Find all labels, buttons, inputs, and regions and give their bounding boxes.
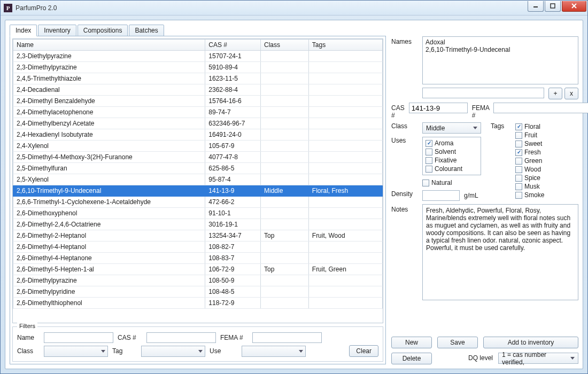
tags-label: Tags [491, 122, 510, 130]
tag-musk[interactable]: Musk [515, 182, 573, 191]
density-input[interactable] [422, 190, 460, 201]
tags-list: ✓FloralFruitSweet✓FreshGreenWoodSpiceMus… [514, 122, 573, 199]
name-add-button[interactable]: + [548, 88, 562, 99]
table-row[interactable]: 2,6-Dimethyl-4-Heptanone108-83-7 [13, 253, 383, 264]
use-fixative[interactable]: Fixative [425, 156, 478, 165]
ingredients-table-wrap: NameCAS #ClassTags 2,3-Diethylpyrazine15… [12, 38, 383, 323]
use-colourant[interactable]: Colourant [425, 165, 478, 173]
cas-label: CAS # [391, 103, 405, 119]
tag-spice[interactable]: Spice [515, 174, 573, 182]
tab-compositions[interactable]: Compositions [78, 25, 128, 36]
tag-sweet[interactable]: Sweet [515, 139, 573, 148]
tag-wood[interactable]: Wood [515, 165, 573, 174]
chevron-down-icon [198, 350, 203, 353]
tag-green[interactable]: Green [515, 157, 573, 165]
table-row[interactable]: 2,6-Dimethylthiophenol118-72-9 [13, 298, 383, 309]
new-button[interactable]: New [391, 337, 432, 348]
table-row[interactable]: 2,6-Dimethyl-2,4,6-Octatriene3016-19-1 [13, 219, 383, 230]
ingredients-scroll[interactable]: NameCAS #ClassTags 2,3-Diethylpyrazine15… [13, 39, 383, 323]
name-entry-input[interactable] [422, 88, 544, 98]
filter-tag-combo[interactable] [141, 346, 205, 357]
col-name[interactable]: Name [13, 40, 205, 51]
tab-index[interactable]: Index [10, 25, 37, 36]
names-label: Names [391, 36, 418, 84]
use-aroma[interactable]: ✓Aroma [425, 139, 478, 147]
table-row[interactable]: 2,4-Hexadienyl Isobutyrate16491-24-0 [13, 129, 383, 141]
table-row[interactable]: 2,6-Dimethoxyphenol91-10-1 [13, 208, 383, 219]
minimize-button[interactable] [528, 1, 544, 12]
cas-input[interactable] [409, 103, 468, 113]
table-row[interactable]: 2,5-Dimethyl-4-Methoxy-3(2H)-Furanone407… [13, 152, 383, 163]
natural-label: Natural [431, 178, 452, 187]
table-row[interactable]: 2,4-Dimethylbenzyl Acetate632346-96-7 [13, 118, 383, 129]
table-row[interactable]: 2,6-Dimethylpyridine108-48-5 [13, 286, 383, 298]
notes-textarea[interactable]: Fresh, Aldehydic, Powerful, Floral, Rosy… [422, 204, 578, 300]
add-to-inventory-button[interactable]: Add to inventory [483, 337, 578, 348]
col-tags[interactable]: Tags [308, 40, 382, 51]
table-row[interactable]: 2,6,10-Trimethyl-9-Undecenal141-13-9Midd… [13, 185, 383, 197]
tag-fruit[interactable]: Fruit [515, 131, 573, 139]
filter-class-label: Class [17, 347, 40, 355]
delete-button[interactable]: Delete [391, 353, 432, 364]
table-row[interactable]: 2,4-Dimethyl Benzaldehyde15764-16-6 [13, 96, 383, 107]
table-row[interactable]: 2,6-Dimethyl-4-Heptanol108-82-7 [13, 241, 383, 253]
filter-cas-label: CAS # [118, 334, 142, 341]
notes-label: Notes [391, 204, 418, 213]
fema-label: FEMA # [472, 103, 490, 119]
density-label: Density [391, 190, 418, 201]
use-solvent[interactable]: Solvent [425, 147, 478, 156]
dq-label: DQ level [468, 353, 493, 364]
filter-fema-input[interactable] [252, 332, 322, 343]
tag-fresh[interactable]: ✓Fresh [515, 148, 573, 157]
chevron-down-icon [299, 350, 303, 353]
app-window: P ParfumPro 2.0 IndexInventoryCompositio… [0, 0, 588, 374]
table-row[interactable]: 2,6-Dimethyl-2-Heptanol13254-34-7TopFrui… [13, 230, 383, 241]
ingredients-table[interactable]: NameCAS #ClassTags 2,3-Diethylpyrazine15… [13, 39, 383, 309]
filter-fema-label: FEMA # [220, 334, 248, 341]
table-row[interactable]: 2,4-Decadienal2362-88-4 [13, 84, 383, 96]
filter-use-label: Use [210, 347, 237, 355]
class-select[interactable]: Middle [422, 122, 481, 134]
app-icon: P [4, 4, 12, 12]
filter-use-combo[interactable] [242, 346, 306, 357]
table-row[interactable]: 2,3-Dimethylpyrazine5910-89-4 [13, 62, 383, 73]
table-row[interactable]: 2,5-Dimethylfuran625-86-5 [13, 163, 383, 174]
table-row[interactable]: 2,6,6-Trimethyl-1-Cyclohexene-1-Acetalde… [13, 197, 383, 208]
filter-name-input[interactable] [44, 332, 113, 343]
window-title: ParfumPro 2.0 [16, 4, 527, 12]
table-row[interactable]: 2,4,5-Trimethylthiazole1623-11-5 [13, 73, 383, 84]
col-class[interactable]: Class [260, 40, 308, 51]
table-row[interactable]: 2,6-Dimethylpyrazine108-50-9 [13, 275, 383, 286]
save-button[interactable]: Save [437, 337, 478, 348]
filter-tag-label: Tag [112, 347, 137, 355]
close-button[interactable] [562, 1, 586, 12]
tab-body-index: NameCAS #ClassTags 2,3-Diethylpyrazine15… [10, 36, 386, 364]
name-remove-button[interactable]: x [564, 88, 578, 99]
filter-class-combo[interactable] [44, 346, 108, 357]
dq-select[interactable]: 1 = cas number verified, [498, 353, 578, 364]
filter-clear-button[interactable]: Clear [349, 345, 378, 357]
table-row[interactable]: 2,6-Dimethyl-5-Hepten-1-al106-72-9TopFru… [13, 264, 383, 275]
table-row[interactable]: 2,3-Diethylpyrazine15707-24-1 [13, 51, 383, 62]
class-select-value: Middle [426, 124, 445, 132]
names-textarea[interactable]: Adoxal 2,6,10-Trimethyl-9-Undecenal [422, 36, 578, 84]
table-row[interactable]: 2,4-Xylenol105-67-9 [13, 141, 383, 152]
tag-smoke[interactable]: Smoke [515, 191, 573, 199]
tab-batches[interactable]: Batches [129, 25, 164, 36]
filter-cas-input[interactable] [146, 332, 216, 343]
uses-label: Uses [391, 137, 418, 144]
maximize-button[interactable] [545, 1, 561, 12]
dq-select-value: 1 = cas number verified, [502, 351, 568, 366]
fema-input[interactable] [493, 103, 588, 113]
table-row[interactable]: 2,4-Dimethylacetophenone89-74-7 [13, 107, 383, 118]
left-column: IndexInventoryCompositionsBatches NameCA… [10, 25, 386, 364]
tag-floral[interactable]: ✓Floral [515, 122, 573, 131]
filter-name-label: Name [17, 334, 40, 341]
tab-inventory[interactable]: Inventory [38, 25, 76, 36]
density-unit: g/mL [464, 190, 478, 201]
table-row[interactable]: 2,5-Xylenol95-87-4 [13, 174, 383, 185]
natural-checkbox[interactable]: Natural [422, 178, 452, 187]
col-cas-[interactable]: CAS # [205, 40, 261, 51]
chevron-down-icon [101, 350, 105, 353]
filters-group: Filters Name CAS # FEMA # Class Tag [12, 326, 383, 362]
